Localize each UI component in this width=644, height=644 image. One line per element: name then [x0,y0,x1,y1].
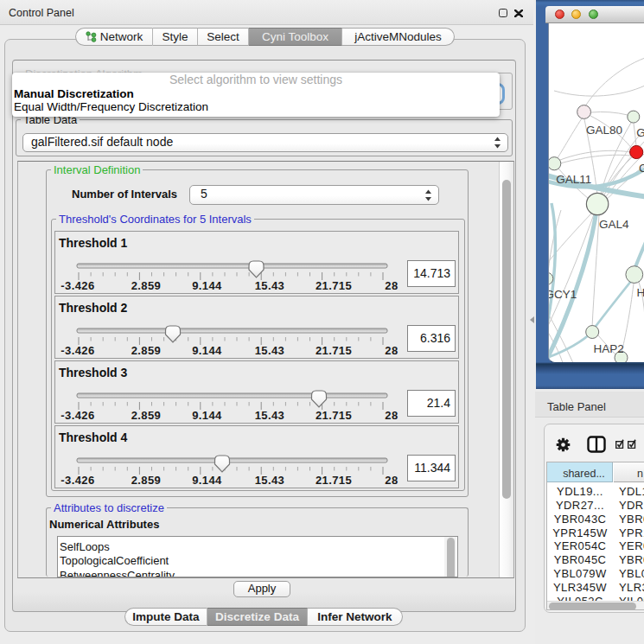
svg-text:9.144: 9.144 [192,279,222,292]
svg-text:GA: GA [636,126,644,139]
svg-text:21.715: 21.715 [316,344,352,357]
svg-text:2.859: 2.859 [131,409,162,422]
svg-text:2.859: 2.859 [131,279,162,292]
svg-text:28: 28 [385,279,398,292]
svg-text:GAL4: GAL4 [599,218,629,231]
svg-text:C: C [639,162,644,175]
svg-text:28: 28 [385,409,398,422]
svg-text:2.859: 2.859 [131,344,162,357]
svg-text:H: H [637,286,644,299]
svg-text:-3.426: -3.426 [61,344,94,357]
svg-text:9.144: 9.144 [192,409,222,422]
svg-text:-3.426: -3.426 [61,409,94,422]
svg-text:2.859: 2.859 [131,474,162,487]
svg-text:28: 28 [385,474,398,487]
svg-text:GAL80: GAL80 [586,124,622,137]
svg-text:9.144: 9.144 [192,344,222,357]
svg-text:15.43: 15.43 [255,409,285,422]
svg-text:-3.426: -3.426 [61,279,94,292]
svg-text:21.715: 21.715 [316,409,352,422]
svg-text:15.43: 15.43 [255,344,285,357]
svg-text:9.144: 9.144 [192,474,222,487]
svg-text:GCY1: GCY1 [549,288,577,301]
svg-text:HAP2: HAP2 [593,342,623,355]
svg-text:21.715: 21.715 [316,279,352,292]
svg-text:15.43: 15.43 [255,474,285,487]
svg-text:GAL11: GAL11 [556,173,591,186]
svg-text:28: 28 [385,344,398,357]
svg-text:-3.426: -3.426 [61,474,94,487]
svg-text:15.43: 15.43 [255,279,285,292]
svg-text:21.715: 21.715 [316,474,352,487]
